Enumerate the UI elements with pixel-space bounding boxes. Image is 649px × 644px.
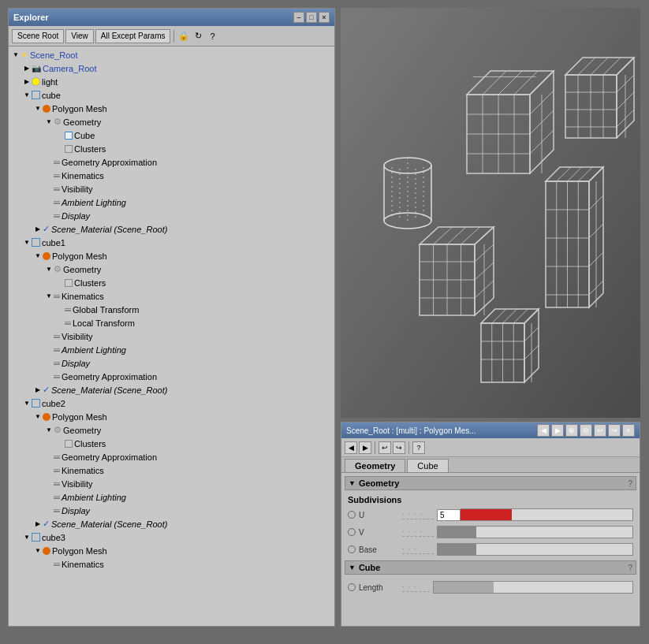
tree-item-global_transform[interactable]: Global Transform bbox=[9, 303, 334, 316]
length-slider[interactable] bbox=[433, 581, 633, 594]
tree-label-local_transform: Local Transform bbox=[73, 318, 135, 328]
props-icon-2[interactable]: ⊖ bbox=[580, 424, 592, 437]
u-value-input[interactable] bbox=[437, 509, 461, 521]
help-icon[interactable]: ? bbox=[206, 30, 218, 43]
props-icon-3[interactable]: ↩ bbox=[594, 424, 606, 437]
tree-label-scene_root: Scene_Root bbox=[30, 50, 78, 60]
tree-label-visibility: Visibility bbox=[62, 184, 93, 194]
base-row: Base · · · bbox=[348, 542, 633, 557]
tree-item-geometry1[interactable]: ▼⚙Geometry bbox=[9, 262, 334, 276]
cube-section-header[interactable]: ▼ Cube ? bbox=[345, 560, 636, 575]
v-slider[interactable] bbox=[437, 526, 633, 538]
base-circle[interactable] bbox=[348, 545, 356, 553]
tree-item-display[interactable]: Display bbox=[9, 209, 334, 222]
props-redo-btn[interactable]: ↪ bbox=[393, 441, 405, 454]
tree-label-scene_material: Scene_Material (Scene_Root) bbox=[51, 225, 167, 234]
tree-item-clusters2[interactable]: Clusters bbox=[9, 437, 334, 450]
cube-section-help[interactable]: ? bbox=[628, 564, 632, 572]
props-help-btn[interactable]: ? bbox=[412, 441, 425, 454]
tree-item-cube_geom[interactable]: Cube bbox=[9, 128, 334, 142]
tree-label-geometry2: Geometry bbox=[63, 426, 101, 435]
filter-button[interactable]: All Except Params bbox=[95, 29, 171, 43]
tree-item-kinematics2[interactable]: Kinematics bbox=[9, 463, 334, 477]
props-back-btn[interactable]: ◀ bbox=[345, 441, 357, 454]
props-nav-prev[interactable]: ◀ bbox=[537, 424, 550, 437]
tree-item-scene_material2[interactable]: ▶✓Scene_Material (Scene_Root) bbox=[9, 517, 334, 530]
tree-item-cube1[interactable]: ▼cube1 bbox=[9, 236, 334, 249]
lock-icon[interactable]: 🔒 bbox=[177, 30, 190, 43]
tree-item-visibility1[interactable]: Visibility bbox=[9, 329, 334, 343]
tree-label-polygon_mesh3: Polygon Mesh bbox=[52, 546, 107, 556]
close-button[interactable]: × bbox=[319, 12, 330, 23]
tree-item-camera_root[interactable]: ▶📷Camera_Root bbox=[9, 61, 334, 75]
tree-item-scene_root[interactable]: ▼✦Scene_Root bbox=[9, 48, 334, 61]
u-slider[interactable] bbox=[461, 508, 633, 521]
tree-item-display1[interactable]: Display bbox=[9, 356, 334, 370]
tree-item-visibility[interactable]: Visibility bbox=[9, 182, 334, 195]
u-circle[interactable] bbox=[348, 511, 356, 519]
tree-item-geom_approx[interactable]: Geometry Approximation bbox=[9, 155, 334, 169]
maximize-button[interactable]: □ bbox=[306, 12, 317, 23]
tree-item-ambient_lighting1[interactable]: Ambient Lighting bbox=[9, 343, 334, 356]
props-close[interactable]: × bbox=[622, 424, 635, 437]
base-slider[interactable] bbox=[437, 543, 633, 556]
tree-label-kinematics3: Kinematics bbox=[62, 560, 104, 569]
u-label: U bbox=[359, 511, 402, 519]
tab-geometry[interactable]: Geometry bbox=[345, 459, 405, 472]
props-titlebar-icons: ◀ ▶ ⊕ ⊖ ↩ ↪ × bbox=[537, 424, 635, 437]
geometry-section-help[interactable]: ? bbox=[628, 479, 632, 488]
refresh-icon[interactable]: ↻ bbox=[192, 30, 204, 43]
tree-item-clusters1[interactable]: Clusters bbox=[9, 276, 334, 289]
tree-item-polygon_mesh3[interactable]: ▼Polygon Mesh bbox=[9, 544, 334, 557]
scene-root-button[interactable]: Scene Root bbox=[12, 29, 64, 43]
tree-item-kinematics3[interactable]: Kinematics bbox=[9, 557, 334, 571]
geometry-section-header[interactable]: ▼ Geometry ? bbox=[345, 476, 636, 490]
geometry-section-arrow: ▼ bbox=[349, 479, 356, 487]
viewport[interactable] bbox=[341, 8, 640, 418]
view-button[interactable]: View bbox=[65, 29, 94, 43]
props-icon-4[interactable]: ↪ bbox=[608, 424, 621, 437]
tree-item-polygon_mesh1[interactable]: ▼Polygon Mesh bbox=[9, 249, 334, 262]
length-circle[interactable] bbox=[348, 583, 356, 591]
tree-label-geom_approx1: Geometry Approximation bbox=[62, 372, 157, 382]
minimize-button[interactable]: – bbox=[293, 12, 304, 23]
props-fwd-btn[interactable]: ▶ bbox=[359, 441, 371, 454]
tree-item-kinematics[interactable]: Kinematics bbox=[9, 169, 334, 182]
tree-item-scene_material[interactable]: ▶✓Scene_Material (Scene_Root) bbox=[9, 222, 334, 236]
subdivisions-label: Subdivisions bbox=[348, 495, 633, 504]
tree-label-geom_approx: Geometry Approximation bbox=[62, 158, 157, 167]
tree-item-local_transform[interactable]: Local Transform bbox=[9, 316, 334, 329]
tree-item-cube3[interactable]: ▼cube3 bbox=[9, 530, 334, 544]
tree-item-cube[interactable]: ▼cube bbox=[9, 88, 334, 102]
tree-item-clusters[interactable]: Clusters bbox=[9, 142, 334, 155]
tree-item-polygon_mesh[interactable]: ▼Polygon Mesh bbox=[9, 102, 334, 115]
tree-item-cube2[interactable]: ▼cube2 bbox=[9, 396, 334, 410]
v-circle[interactable] bbox=[348, 528, 356, 536]
tree-item-geom_approx2[interactable]: Geometry Approximation bbox=[9, 450, 334, 463]
svg-rect-1 bbox=[341, 8, 640, 418]
tree-item-scene_material1[interactable]: ▶✓Scene_Material (Scene_Root) bbox=[9, 383, 334, 396]
tree-item-geometry[interactable]: ▼⚙Geometry bbox=[9, 115, 334, 128]
tree-item-light[interactable]: ▶light bbox=[9, 75, 334, 88]
tree-item-display2[interactable]: Display bbox=[9, 504, 334, 517]
props-nav-next[interactable]: ▶ bbox=[551, 424, 564, 437]
tree-item-kinematics1[interactable]: ▼Kinematics bbox=[9, 289, 334, 303]
tree-label-global_transform: Global Transform bbox=[73, 305, 139, 315]
properties-titlebar: Scene_Root : [multi] : Polygon Mes... ◀ … bbox=[341, 423, 640, 438]
toolbar-sep2 bbox=[375, 441, 375, 454]
tree-item-visibility2[interactable]: Visibility bbox=[9, 477, 334, 490]
tree-item-geom_approx1[interactable]: Geometry Approximation bbox=[9, 370, 334, 383]
tree-label-cube3: cube3 bbox=[42, 533, 65, 542]
tree-item-ambient_lighting[interactable]: Ambient Lighting bbox=[9, 195, 334, 209]
tree-label-visibility1: Visibility bbox=[62, 332, 93, 341]
tree-item-ambient_lighting2[interactable]: Ambient Lighting bbox=[9, 490, 334, 504]
props-icon-1[interactable]: ⊕ bbox=[565, 424, 578, 437]
tree-label-geometry1: Geometry bbox=[63, 265, 101, 274]
tree-label-ambient_lighting1: Ambient Lighting bbox=[62, 345, 126, 355]
explorer-panel: Explorer – □ × Scene Root View All Excep… bbox=[8, 8, 335, 627]
tab-cube[interactable]: Cube bbox=[407, 459, 448, 472]
props-undo-btn[interactable]: ↩ bbox=[379, 441, 391, 454]
tree-label-scene_material1: Scene_Material (Scene_Root) bbox=[51, 385, 167, 395]
tree-item-polygon_mesh2[interactable]: ▼Polygon Mesh bbox=[9, 410, 334, 423]
tree-item-geometry2[interactable]: ▼⚙Geometry bbox=[9, 423, 334, 437]
